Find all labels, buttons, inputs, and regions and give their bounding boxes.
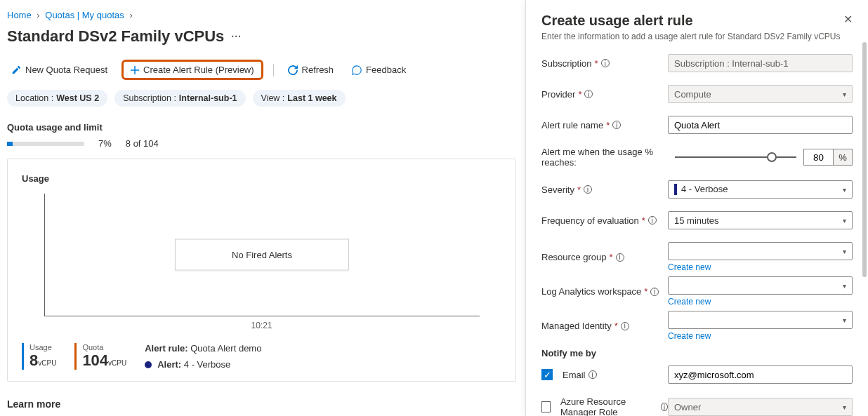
rg-create-new-link[interactable]: Create new — [668, 262, 853, 272]
stat-usage-unit: vCPU — [38, 359, 56, 367]
chevron-down-icon: ▾ — [843, 217, 846, 224]
create-alert-label: Create Alert Rule (Preview) — [143, 65, 254, 75]
chevron-down-icon: ▾ — [843, 248, 846, 255]
threshold-label: Alert me when the usage % reaches: — [541, 147, 675, 168]
quota-progress-fill — [7, 142, 13, 146]
stat-quota-unit: vCPU — [108, 359, 126, 367]
chevron-right-icon: › — [129, 10, 132, 20]
chevron-right-icon: › — [37, 10, 39, 20]
info-icon[interactable]: i — [661, 403, 668, 411]
log-analytics-label: Log Analytics workspace — [541, 286, 641, 297]
info-icon[interactable]: i — [648, 216, 657, 224]
threshold-input[interactable] — [803, 149, 833, 166]
chevron-down-icon: ▾ — [843, 316, 846, 324]
breadcrumb: Home › Quotas | My quotas › — [7, 4, 516, 25]
frequency-select[interactable]: 15 minutes ▾ — [668, 211, 853, 229]
severity-select[interactable]: 4 - Verbose ▾ — [668, 180, 853, 199]
filter-pills: Location : West US 2 Subscription : Inte… — [7, 88, 516, 118]
breadcrumb-quotas[interactable]: Quotas | My quotas — [45, 10, 124, 20]
chevron-down-icon: ▾ — [843, 90, 846, 98]
arm-role-value: Owner — [674, 402, 701, 412]
slider-thumb[interactable] — [767, 152, 777, 162]
severity-dot-icon — [145, 361, 152, 368]
info-icon[interactable]: i — [588, 370, 597, 379]
chevron-down-icon: ▾ — [843, 403, 846, 411]
managed-identity-select[interactable]: ▾ — [668, 311, 853, 329]
severity-bar-icon — [674, 184, 677, 195]
alert-label: Alert: — [157, 359, 181, 370]
more-icon[interactable]: ··· — [231, 31, 242, 42]
quota-fraction: 8 of 104 — [126, 138, 159, 149]
info-icon[interactable]: i — [601, 59, 610, 67]
info-icon[interactable]: i — [584, 185, 592, 194]
panel-title: Create usage alert rule — [541, 13, 841, 29]
toolbar-separator — [273, 64, 274, 76]
usage-card-title: Usage — [22, 173, 501, 184]
chevron-down-icon: ▾ — [843, 282, 846, 290]
subscription-select[interactable]: Subscription : Internal-sub-1 — [668, 54, 853, 72]
refresh-icon — [288, 65, 298, 75]
frequency-value: 15 minutes — [674, 215, 719, 226]
managed-identity-label: Managed Identity — [541, 321, 612, 331]
page-title-text: Standard DSv2 Family vCPUs — [7, 27, 224, 46]
page-title: Standard DSv2 Family vCPUs ··· — [7, 27, 516, 46]
plus-icon — [131, 66, 139, 74]
new-quota-label: New Quota Request — [25, 65, 107, 75]
rule-name-label: Alert rule name — [541, 120, 603, 130]
arm-role-select[interactable]: Owner ▾ — [668, 398, 853, 416]
filter-view[interactable]: View : Last 1 week — [253, 90, 346, 107]
stat-usage-value: 8 — [29, 351, 38, 369]
feedback-label: Feedback — [366, 65, 406, 75]
email-input[interactable] — [668, 365, 853, 384]
learn-more-heading: Learn more — [7, 398, 516, 410]
no-fired-alerts-box: No Fired Alerts — [175, 239, 349, 271]
feedback-icon — [352, 65, 362, 75]
alert-rule-label: Alert rule: — [145, 343, 188, 354]
new-quota-request-button[interactable]: New Quota Request — [7, 62, 112, 78]
resource-group-label: Resource group — [541, 252, 607, 262]
filter-location[interactable]: Location : West US 2 — [7, 90, 107, 107]
usage-card: Usage No Fired Alerts 10:21 Usage 8vCPU … — [7, 159, 516, 382]
create-alert-rule-button[interactable]: Create Alert Rule (Preview) — [121, 60, 263, 80]
info-icon[interactable]: i — [616, 253, 624, 262]
usage-chart: No Fired Alerts — [44, 194, 480, 316]
law-create-new-link[interactable]: Create new — [668, 297, 853, 307]
severity-value: 4 - Verbose — [681, 184, 728, 194]
close-icon[interactable]: ✕ — [843, 13, 853, 26]
toolbar: New Quota Request Create Alert Rule (Pre… — [7, 57, 516, 88]
quota-progress-bar — [7, 142, 84, 146]
subscription-label: Subscription — [541, 58, 592, 69]
threshold-slider[interactable] — [675, 156, 796, 158]
info-icon[interactable]: i — [612, 121, 621, 129]
info-icon[interactable]: i — [621, 322, 629, 330]
stat-usage: Usage 8vCPU — [22, 343, 56, 370]
panel-subtitle: Enter the information to add a usage ale… — [541, 32, 841, 41]
create-alert-panel: Create usage alert rule Enter the inform… — [525, 0, 868, 416]
quota-progress-row: 7% 8 of 104 — [7, 138, 516, 149]
panel-scrollbar[interactable] — [862, 42, 867, 277]
chart-x-tick: 10:21 — [22, 321, 501, 330]
email-checkbox[interactable]: ✓ — [541, 369, 553, 380]
alert-info-block: Alert rule: Quota Alert demo Alert: 4 - … — [145, 343, 261, 370]
feedback-button[interactable]: Feedback — [348, 62, 410, 78]
stat-quota-value: 104 — [82, 351, 108, 369]
info-icon[interactable]: i — [584, 90, 593, 98]
provider-label: Provider — [541, 89, 575, 100]
breadcrumb-home[interactable]: Home — [7, 10, 32, 20]
frequency-label: Frequency of evaluation — [541, 215, 639, 226]
stat-usage-label: Usage — [29, 343, 56, 351]
filter-subscription[interactable]: Subscription : Internal-sub-1 — [114, 90, 245, 107]
refresh-button[interactable]: Refresh — [284, 62, 338, 78]
rule-name-input[interactable] — [668, 116, 853, 134]
mi-create-new-link[interactable]: Create new — [668, 331, 853, 341]
resource-group-select[interactable]: ▾ — [668, 242, 853, 260]
log-analytics-select[interactable]: ▾ — [668, 276, 853, 295]
alert-value: 4 - Verbose — [184, 359, 231, 370]
info-icon[interactable]: i — [650, 288, 659, 296]
arm-role-checkbox[interactable] — [541, 401, 551, 412]
severity-label: Severity — [541, 184, 574, 195]
provider-select[interactable]: Compute ▾ — [668, 85, 853, 103]
alert-rule-value: Quota Alert demo — [190, 343, 261, 354]
email-label: Email — [563, 370, 586, 380]
stat-quota-label: Quota — [82, 343, 126, 351]
